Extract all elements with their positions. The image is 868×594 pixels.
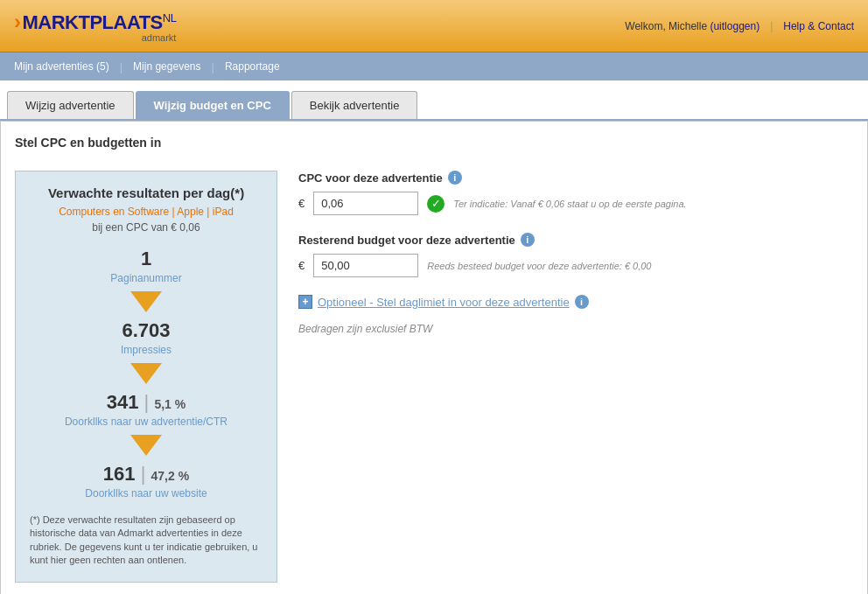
logo-sub: admarkt	[14, 32, 176, 43]
cpc-euro-symbol: €	[298, 197, 304, 210]
budget-label: Resterend budget voor deze advertentie i	[298, 233, 853, 247]
budget-input[interactable]	[313, 254, 418, 277]
tab-wijzig-advertentie[interactable]: Wijzig advertentie	[7, 91, 134, 119]
section-title: Stel CPC en budgetten in	[15, 136, 853, 157]
navbar-item-my-data[interactable]: Mijn gegevens	[126, 55, 207, 78]
logout-link[interactable]: (uitloggen)	[710, 20, 760, 32]
optional-label[interactable]: Optioneel - Stel daglimiet in voor deze …	[318, 296, 570, 309]
header-right: Welkom, Michelle (uitloggen) | Help & Co…	[625, 20, 854, 32]
right-panel: CPC voor deze advertentie i € ✓ Ter indi…	[298, 171, 853, 583]
cpc-info-icon[interactable]: i	[448, 171, 462, 185]
panel-cpc-label: bij een CPC van € 0,06	[30, 221, 262, 234]
budget-euro-symbol: €	[298, 259, 304, 272]
optional-info-icon[interactable]: i	[575, 295, 589, 309]
header-divider: |	[770, 20, 773, 32]
logo-area: ›MARKTPLAATSNL admarkt	[14, 10, 176, 43]
panel-footnote: (*) Deze verwachte resultaten zijn gebas…	[30, 514, 262, 568]
cpc-label: CPC voor deze advertentie i	[298, 171, 853, 185]
budget-form-group: Resterend budget voor deze advertentie i…	[298, 233, 853, 277]
tab-bekijk-advertentie[interactable]: Bekijk advertentie	[291, 91, 418, 119]
page-header: ›MARKTPLAATSNL admarkt Welkom, Michelle …	[0, 0, 868, 52]
arrow-3-icon	[130, 435, 162, 456]
budget-input-row: € Reeds besteed budget voor deze adverte…	[298, 254, 853, 277]
optional-row: + Optioneel - Stel daglimiet in voor dez…	[298, 295, 853, 309]
cpc-input-row: € ✓ Ter indicatie: Vanaf € 0,06 staat u …	[298, 192, 853, 215]
btw-note: Bedragen zijn exclusief BTW	[298, 323, 853, 335]
stat-block-ctr: 341 | 5,1 % Doorkllks naar uw advertenti…	[30, 391, 262, 428]
stat-ctr-number: 341 | 5,1 %	[30, 391, 262, 414]
stat-block-impressies: 6.703 Impressies	[30, 319, 262, 356]
tabs-area: Wijzig advertentie Wijzig budget en CPC …	[0, 80, 868, 121]
navbar: Mijn advertenties (5) | Mijn gegevens | …	[0, 52, 868, 80]
budget-info-icon[interactable]: i	[521, 233, 535, 247]
navbar-sep-1: |	[120, 60, 122, 73]
stat-impressies-label: Impressies	[30, 344, 262, 356]
cpc-form-group: CPC voor deze advertentie i € ✓ Ter indi…	[298, 171, 853, 215]
expand-optional-icon[interactable]: +	[298, 295, 312, 309]
cpc-success-icon: ✓	[427, 195, 444, 213]
arrow-2-icon	[130, 363, 162, 384]
panel-subtitle: Computers en Software | Apple | iPad	[30, 206, 262, 218]
stat-page-label: Paginanummer	[30, 272, 262, 284]
stat-block-page: 1 Paginanummer	[30, 248, 262, 284]
stat-website-label: Doorkllks naar uw website	[30, 487, 262, 500]
stat-block-website: 161 | 47,2 % Doorkllks naar uw website	[30, 463, 262, 500]
logo: ›MARKTPLAATSNL	[14, 10, 176, 34]
cpc-input[interactable]	[313, 192, 418, 215]
navbar-item-reports[interactable]: Rapportage	[218, 55, 287, 78]
left-panel: Verwachte resultaten per dag(*) Computer…	[15, 171, 277, 583]
tab-wijzig-budget[interactable]: Wijzig budget en CPC	[136, 91, 290, 119]
help-contact-link[interactable]: Help & Contact	[783, 20, 854, 32]
navbar-sep-2: |	[212, 60, 214, 73]
stat-ctr-label: Doorkllks naar uw advertentie/CTR	[30, 416, 262, 428]
cpc-hint-text: Ter indicatie: Vanaf € 0,06 staat u op d…	[453, 199, 686, 209]
asterisk: (*)	[230, 185, 244, 200]
content-layout: Verwachte resultaten per dag(*) Computer…	[15, 171, 853, 583]
stat-page-number: 1	[30, 248, 262, 270]
stat-impressies-number: 6.703	[30, 319, 262, 342]
stat-website-number: 161 | 47,2 %	[30, 463, 262, 486]
main-content: Stel CPC en budgetten in Verwachte resul…	[0, 121, 868, 594]
panel-title: Verwachte resultaten per dag(*)	[30, 185, 262, 200]
logo-chevron-icon: ›	[14, 10, 21, 33]
budget-hint-text: Reeds besteed budget voor deze advertent…	[427, 261, 651, 271]
logo-nl: NL	[163, 10, 177, 24]
welcome-text: Welkom, Michelle (uitloggen)	[625, 20, 760, 32]
arrow-1-icon	[130, 291, 162, 312]
logo-text: MARKTPLAATS	[23, 11, 163, 33]
navbar-item-my-ads[interactable]: Mijn advertenties (5)	[7, 55, 116, 78]
